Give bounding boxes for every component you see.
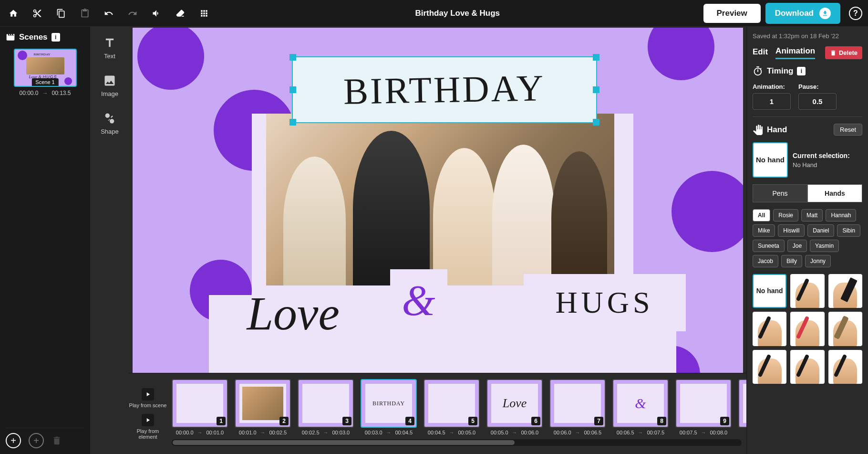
add-scene-button[interactable]: + xyxy=(6,433,21,448)
home-icon[interactable] xyxy=(6,6,21,21)
saved-status: Saved at 1:32pm on 18 Feb '22 xyxy=(753,32,862,40)
timeline-frame[interactable]: BIRTHDAY400:03.0→00:04.5 xyxy=(361,379,417,435)
help-icon[interactable]: ? xyxy=(849,7,862,20)
volume-icon[interactable] xyxy=(149,6,164,21)
timeline-frame[interactable]: 500:04.5→00:05.0 xyxy=(424,379,480,435)
timeline-scrollbar[interactable] xyxy=(172,439,742,446)
hand-option[interactable] xyxy=(790,274,824,308)
hand-option[interactable] xyxy=(828,350,862,384)
duplicate-scene-button[interactable]: + xyxy=(29,433,44,448)
timeline-frame[interactable]: 200:01.0→00:02.5 xyxy=(235,379,291,435)
hand-header: Hand Reset xyxy=(753,124,862,136)
film-icon xyxy=(6,32,15,42)
delete-scene-icon[interactable] xyxy=(52,435,62,446)
hands-tab[interactable]: Hands xyxy=(807,184,862,202)
delete-button[interactable]: Delete xyxy=(825,46,862,59)
eraser-icon[interactable] xyxy=(173,6,188,21)
hand-filter-chip[interactable]: Joe xyxy=(787,240,807,252)
hand-filter-chip[interactable]: Mike xyxy=(753,224,775,237)
decoration-dot xyxy=(137,28,204,90)
image-tool[interactable]: Image xyxy=(101,74,118,97)
hand-option[interactable] xyxy=(790,350,824,384)
selection-handle[interactable] xyxy=(593,119,599,126)
info-icon[interactable]: i xyxy=(52,33,60,42)
scenes-sidebar: Scenes i BIRTHDAY Love & HUGS Scene 1 00… xyxy=(0,27,91,454)
scenes-bottom-controls: + + xyxy=(6,428,84,448)
timeline-track[interactable]: 100:00.0→00:01.0200:01.0→00:02.5300:02.5… xyxy=(167,373,746,454)
toolbar-left xyxy=(6,6,212,21)
timeline: Play from scene Play from element 100:00… xyxy=(129,373,746,454)
hand-filter-chip[interactable]: Yasmin xyxy=(810,240,839,252)
ampersand-element[interactable]: & xyxy=(390,269,447,331)
hand-icon xyxy=(753,125,763,135)
undo-icon[interactable] xyxy=(101,6,116,21)
play-from-element-button[interactable]: Play from element xyxy=(129,414,167,440)
hugs-text-element[interactable]: HUGS xyxy=(524,274,686,331)
love-text-element[interactable]: Love xyxy=(247,286,340,341)
hand-option[interactable] xyxy=(790,312,824,346)
hand-option[interactable] xyxy=(828,312,862,346)
selection-handle[interactable] xyxy=(289,54,296,61)
paste-icon[interactable] xyxy=(77,6,93,21)
copy-icon[interactable] xyxy=(53,6,69,21)
timeline-frame[interactable]: Love600:05.0→00:06.0 xyxy=(486,379,543,435)
grid-icon[interactable] xyxy=(196,6,212,21)
timeline-frame[interactable]: 700:06.0→00:06.5 xyxy=(549,379,606,435)
hand-option[interactable]: No hand xyxy=(753,274,786,308)
timeline-frame[interactable]: &800:06.5→00:07.5 xyxy=(612,379,669,435)
trash-icon xyxy=(830,50,837,56)
current-selection: Current selection: No Hand xyxy=(793,152,850,169)
hand-filter-chip[interactable]: Hannah xyxy=(826,209,856,222)
birthday-text-element[interactable]: BIRTHDAY xyxy=(292,56,597,123)
timeline-frame[interactable]: HUG→ xyxy=(738,379,746,435)
cut-icon[interactable] xyxy=(30,6,45,21)
canvas[interactable]: BIRTHDAY Love & HUGS xyxy=(133,28,743,373)
hand-filter-chip[interactable]: Billy xyxy=(781,255,802,267)
info-icon[interactable]: i xyxy=(797,67,806,75)
project-title[interactable]: Birthday Love & Hugs xyxy=(212,9,703,18)
scenes-header: Scenes i xyxy=(6,32,84,42)
hand-filter-chip[interactable]: Daniel xyxy=(807,224,834,237)
redo-icon[interactable] xyxy=(125,6,140,21)
timeline-frame[interactable]: 900:07.5→00:08.0 xyxy=(675,379,732,435)
animation-tab[interactable]: Animation xyxy=(775,46,815,59)
pens-tab[interactable]: Pens xyxy=(753,184,807,202)
shape-tool[interactable]: Shape xyxy=(101,112,119,135)
hand-option[interactable] xyxy=(753,312,786,346)
hand-filter-chip[interactable]: All xyxy=(753,209,770,222)
hand-option[interactable] xyxy=(753,350,786,384)
timing-header: Timing i xyxy=(753,66,862,76)
download-button[interactable]: Download xyxy=(765,3,840,24)
play-from-scene-button[interactable]: Play from scene xyxy=(129,388,167,408)
properties-panel: Saved at 1:32pm on 18 Feb '22 Edit Anima… xyxy=(746,27,868,454)
hand-filter-chip[interactable]: Matt xyxy=(801,209,823,222)
selection-handle[interactable] xyxy=(593,54,599,61)
download-label: Download xyxy=(775,9,814,18)
text-tool[interactable]: Text xyxy=(103,36,116,60)
hand-filter-chip[interactable]: Sibin xyxy=(837,224,860,237)
hand-option[interactable] xyxy=(828,274,862,308)
selection-handle[interactable] xyxy=(289,86,296,93)
hand-filter-chip[interactable]: Jacob xyxy=(753,255,778,267)
edit-tab[interactable]: Edit xyxy=(753,47,768,59)
pause-duration-input[interactable] xyxy=(798,93,837,110)
download-icon xyxy=(819,8,831,19)
timeline-frame[interactable]: 300:02.5→00:03.0 xyxy=(298,379,354,435)
no-hand-preview[interactable]: No hand xyxy=(753,142,788,178)
preview-button[interactable]: Preview xyxy=(703,4,761,23)
hand-filter-chip[interactable]: Suneeta xyxy=(753,240,785,252)
scrollbar-thumb[interactable] xyxy=(173,440,515,445)
tools-rail: Text Image Shape xyxy=(91,27,129,454)
scene-thumbnail[interactable]: BIRTHDAY Love & HUGS Scene 1 xyxy=(14,49,77,87)
hand-filter-chip[interactable]: Jonny xyxy=(805,255,831,267)
timeline-frame[interactable]: 100:00.0→00:01.0 xyxy=(172,379,228,435)
selection-handle[interactable] xyxy=(289,119,296,126)
scene-label: Scene 1 xyxy=(31,78,58,86)
animation-duration-input[interactable] xyxy=(753,93,791,110)
hand-filter-chip[interactable]: Rosie xyxy=(773,209,798,222)
main-area: Scenes i BIRTHDAY Love & HUGS Scene 1 00… xyxy=(0,27,868,454)
hand-filter-chip[interactable]: Hiswill xyxy=(778,224,805,237)
photo-element[interactable] xyxy=(266,114,614,285)
reset-hand-button[interactable]: Reset xyxy=(834,124,862,136)
selection-handle[interactable] xyxy=(593,86,599,93)
